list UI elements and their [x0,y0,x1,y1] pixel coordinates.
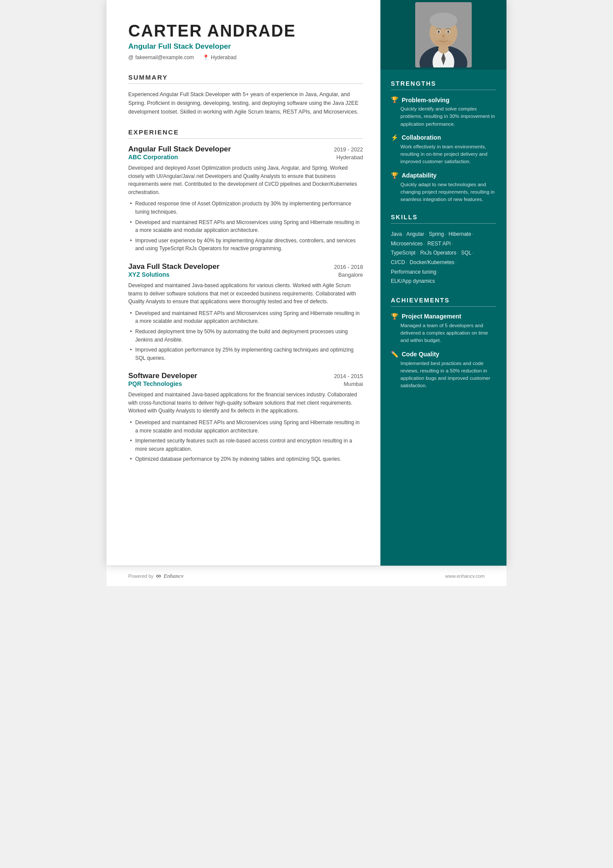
skill-elk: ELK/App dynamics [391,278,435,284]
experience-section: EXPERIENCE Angular Full Stack Developer … [128,128,363,463]
resume-page: CARTER ANDRADE Angular Full Stack Develo… [107,0,506,566]
achievement-2-desc: Implemented best practices and code revi… [391,360,496,390]
list-item: Developed and maintained REST APIs and M… [128,419,363,435]
skill-spring: Spring [429,231,444,237]
job-2-title: Java Full Stack Developer [128,262,220,271]
summary-text: Experienced Angular Full Stack Developer… [128,90,363,116]
contact-info: @ fakeemail@example.com 📍 Hyderabad [128,54,363,60]
strength-2-title: Collaboration [402,134,441,141]
job-3-location: Mumbai [344,381,363,387]
svg-point-10 [447,31,450,33]
strength-1-title: Problem-solving [402,97,450,104]
achievement-2-title-row: ✏️ Code Quality [391,351,496,358]
email-item: @ fakeemail@example.com [128,54,194,60]
powered-by-text: Powered by [128,573,153,579]
list-item: Reduced response time of Asset Optimizat… [128,200,363,216]
job-3-header: Software Developer 2014 - 2015 [128,372,363,380]
achievement-1-desc: Managed a team of 5 developers and deliv… [391,322,496,345]
job-1-header: Angular Full Stack Developer 2019 - 2022 [128,145,363,154]
skill-java: Java [391,231,402,237]
strength-1-icon: 🏆 [391,96,398,104]
job-2-location: Bangalore [338,272,363,278]
job-3-desc: Developed and maintained Java-based appl… [128,391,363,415]
email-icon: @ [128,54,133,60]
svg-point-6 [430,13,457,28]
photo-area [380,0,506,70]
person-name: CARTER ANDRADE [128,22,363,40]
job-1-title: Angular Full Stack Developer [128,145,231,154]
skill-rxjs: RxJs Operators [420,250,456,256]
footer-left: Powered by ∞ Enhancv [128,572,183,580]
footer: Powered by ∞ Enhancv www.enhancv.com [107,566,506,586]
left-column: CARTER ANDRADE Angular Full Stack Develo… [107,0,380,566]
job-2-header: Java Full Stack Developer 2016 - 2018 [128,262,363,271]
skill-perf: Performance tuning [391,269,436,275]
achievement-2-title: Code Quality [402,351,439,358]
brand-name: Enhancv [164,573,183,580]
experience-title: EXPERIENCE [128,128,363,139]
achievement-1-title: Project Management [402,313,461,320]
achievements-section: ACHIEVEMENTS 🏆 Project Management Manage… [391,297,496,390]
job-3-title: Software Developer [128,372,197,380]
job-1-desc: Developed and deployed Asset Optimizatio… [128,164,363,196]
strength-item-2: ⚡ Collaboration Work effectively in team… [391,134,496,166]
achievement-2-icon: ✏️ [391,351,398,358]
right-column: STRENGTHS 🏆 Problem-solving Quickly iden… [380,0,506,566]
job-2-company: XYZ Solutions [128,271,170,278]
job-entry-2: Java Full Stack Developer 2016 - 2018 XY… [128,262,363,362]
job-3-company: PQR Technologies [128,380,182,387]
achievement-1-title-row: 🏆 Project Management [391,313,496,320]
strength-3-icon: 🏆 [391,172,398,179]
skill-hibernate: Hibernate [449,231,471,237]
strength-2-title-row: ⚡ Collaboration [391,134,496,141]
strength-item-3: 🏆 Adaptability Quickly adapt to new tech… [391,172,496,204]
achievement-item-1: 🏆 Project Management Managed a team of 5… [391,313,496,345]
strengths-title: STRENGTHS [391,80,496,90]
job-3-company-row: PQR Technologies Mumbai [128,380,363,387]
job-1-company: ABC Corporation [128,154,178,161]
email-text: fakeemail@example.com [135,54,194,60]
job-1-bullets: Reduced response time of Asset Optimizat… [128,200,363,253]
strength-1-desc: Quickly identify and solve complex probl… [391,105,496,128]
achievements-title: ACHIEVEMENTS [391,297,496,307]
strength-3-title-row: 🏆 Adaptability [391,172,496,179]
summary-title: SUMMARY [128,74,363,84]
skill-typescript: TypeScript [391,250,416,256]
location-icon: 📍 [203,54,209,60]
list-item: Implemented security features such as ro… [128,437,363,453]
svg-point-9 [438,31,440,33]
skill-rest-api: REST API [427,241,451,247]
list-item: Improved user experience by 40% by imple… [128,237,363,253]
job-1-dates: 2019 - 2022 [334,147,363,153]
job-1-location: Hyderabad [336,154,363,161]
svg-point-11 [442,34,445,38]
strength-1-title-row: 🏆 Problem-solving [391,96,496,104]
list-item: Improved application performance by 25% … [128,346,363,362]
strength-2-desc: Work effectively in team environments, r… [391,143,496,166]
list-item: Developed and maintained REST APIs and M… [128,218,363,235]
achievement-1-icon: 🏆 [391,313,398,320]
job-2-dates: 2016 - 2018 [334,264,363,270]
job-entry-1: Angular Full Stack Developer 2019 - 2022… [128,145,363,253]
svg-point-12 [435,39,452,46]
skill-cicd: CI/CD [391,259,405,265]
footer-right: www.enhancv.com [445,573,485,579]
strength-3-desc: Quickly adapt to new technologies and ch… [391,181,496,204]
job-2-bullets: Developed and maintained REST APIs and M… [128,309,363,362]
strengths-section: STRENGTHS 🏆 Problem-solving Quickly iden… [391,80,496,203]
strength-3-title: Adaptability [402,172,436,179]
location-text: Hyderabad [211,54,237,60]
skills-section: SKILLS Java· Angular· Spring· Hibernate·… [391,214,496,286]
job-3-dates: 2014 - 2015 [334,373,363,379]
summary-section: SUMMARY Experienced Angular Full Stack D… [128,74,363,116]
list-item: Optimized database performance by 20% by… [128,455,363,463]
profile-photo [415,2,472,67]
header-section: CARTER ANDRADE Angular Full Stack Develo… [128,22,363,60]
strength-item-1: 🏆 Problem-solving Quickly identify and s… [391,96,496,128]
strength-2-icon: ⚡ [391,134,398,141]
job-entry-3: Software Developer 2014 - 2015 PQR Techn… [128,372,363,463]
skills-title: SKILLS [391,214,496,224]
person-title: Angular Full Stack Developer [128,42,363,51]
list-item: Reduced deployment time by 50% by automa… [128,328,363,344]
job-1-company-row: ABC Corporation Hyderabad [128,154,363,161]
